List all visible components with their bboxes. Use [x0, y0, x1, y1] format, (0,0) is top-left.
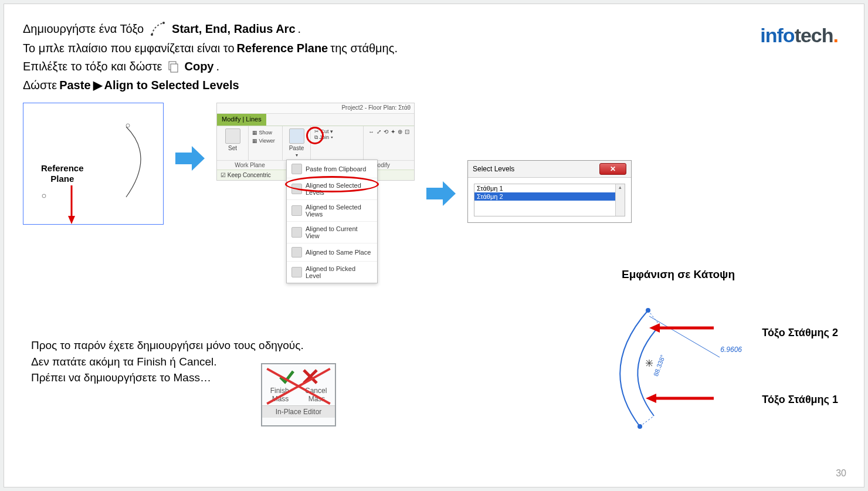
svg-point-1 [162, 22, 165, 24]
svg-line-14 [648, 310, 660, 326]
paste-label: Paste [289, 145, 304, 151]
svg-point-5 [126, 124, 130, 127]
inplace-editor-label: In-Place Editor [262, 405, 335, 418]
copy-icon [167, 60, 179, 73]
cancel-label-2: Mass [308, 395, 326, 403]
text-line-2: Το μπλε πλαίσιο που εμφανίζεται είναι το… [23, 42, 845, 55]
figure-finish-cancel: Finish Cancel Mass Mass In-Place Editor [261, 363, 336, 426]
para-line-1: Προς το παρόν έχετε δημιουργήσει μόνο το… [31, 337, 304, 354]
show-label: Show [259, 130, 273, 136]
red-ellipse-highlight [285, 176, 379, 192]
menu-icon [291, 247, 302, 258]
arc-icon [150, 21, 166, 37]
menu-icon [291, 267, 302, 277]
menu-paste-clipboard: Paste from Clipboard [287, 160, 377, 178]
svg-marker-8 [175, 146, 205, 171]
l1a: Δημιουργήστε ένα Τόξο [23, 22, 144, 36]
menu-aligned-views: Aligned to Selected Views [287, 199, 377, 221]
check-icon [278, 368, 296, 385]
l4c: ▶ [93, 78, 102, 92]
x-icon [301, 368, 319, 385]
svg-marker-7 [68, 216, 75, 224]
menu-aligned-picked: Aligned to Picked Level [287, 261, 377, 283]
dialog-titlebar: Select Levels ✕ [468, 161, 631, 178]
cancel-label-1: Cancel [305, 387, 327, 395]
l2a: Το μπλε πλαίσιο που εμφανίζεται είναι το [23, 42, 235, 55]
text-line-4: Δώστε Paste▶Align to Selected Levels [23, 78, 845, 92]
text-line-3: Επιλέξτε το τόξο και δώστε Copy. [23, 60, 845, 73]
l3b: Copy [184, 60, 213, 73]
svg-line-15 [640, 416, 654, 426]
arrow-right-1 [175, 144, 205, 175]
figure-plan-view: Τόξο Στάθμης 2 Τόξο Στάθμης 1 6.9606 88.… [591, 293, 840, 439]
viewer-label: Viewer [259, 138, 275, 144]
l3a: Επιλέξτε το τόξο και δώστε [23, 60, 162, 73]
figure-ribbon: Project2 - Floor Plan: Στάθ Modify | Lin… [216, 103, 415, 181]
logo-dot: . [833, 24, 838, 46]
menu-aligned-current: Aligned to Current View [287, 221, 377, 243]
page-number: 30 [836, 468, 846, 479]
svg-line-18 [649, 316, 720, 357]
set-icon [225, 128, 240, 144]
workplane-label: Work Plane [217, 161, 283, 170]
scrollbar-icon [615, 184, 625, 216]
text-line-1: Δημιουργήστε ένα Τόξο Start, End, Radius… [23, 21, 845, 37]
close-button-icon: ✕ [599, 163, 626, 175]
menu-icon [291, 205, 302, 216]
svg-point-17 [638, 424, 642, 429]
menu-icon [291, 227, 302, 238]
red-arrow-2 [646, 394, 714, 403]
slide: infotech. Δημιουργήστε ένα Τόξο Start, E… [4, 4, 864, 487]
l2b: Reference Plane [237, 42, 328, 55]
refplane-label: Reference Plane [41, 163, 84, 184]
plan-label-arc1: Τόξο Στάθμης 1 [762, 394, 838, 406]
l1b: Start, End, Radius Arc [172, 22, 295, 36]
svg-point-16 [646, 308, 650, 313]
level-item-2-selected: Στάθμη 2 [474, 192, 625, 201]
dialog-level-list: Στάθμη 1 Στάθμη 2 [474, 184, 625, 216]
l4b: Paste [59, 79, 90, 92]
plan-dimension-length: 6.9606 [720, 346, 742, 354]
l4a: Δώστε [23, 79, 57, 92]
finish-label-2: Mass [272, 395, 289, 403]
arrow-right-2 [426, 179, 456, 211]
l1c: . [298, 22, 301, 36]
figure-reference-plane: Reference Plane [23, 103, 164, 225]
menu-aligned-same: Aligned to Same Place [287, 243, 377, 261]
figure-select-levels-dialog: Select Levels ✕ Στάθμη 1 Στάθμη 2 [467, 160, 632, 223]
red-circle-highlight [306, 127, 324, 144]
svg-point-0 [151, 33, 153, 36]
l4d: Align to Selected Levels [104, 79, 239, 92]
l2c: της στάθμης. [330, 42, 398, 55]
figure-row: Reference Plane Project2 - Floor Plan: Σ… [23, 103, 845, 225]
plan-view-title: Εμφάνιση σε Κάτοψη [622, 268, 735, 281]
svg-marker-9 [426, 181, 456, 206]
logo-part2: tech [795, 24, 833, 46]
plan-view-drawing [591, 293, 840, 439]
svg-rect-3 [171, 64, 178, 72]
logo: infotech. [760, 24, 838, 47]
paste-icon [289, 128, 304, 144]
set-label: Set [228, 145, 237, 151]
svg-point-4 [42, 194, 46, 198]
svg-marker-26 [646, 394, 656, 403]
logo-part1: info [760, 24, 794, 46]
plan-label-arc2: Τόξο Στάθμης 2 [762, 327, 838, 339]
ribbon-title: Project2 - Floor Plan: Στάθ [217, 103, 414, 114]
menu-icon [291, 164, 302, 174]
dialog-title: Select Levels [473, 165, 514, 173]
red-arrow-1 [649, 323, 714, 333]
level-item-1: Στάθμη 1 [474, 184, 625, 192]
l3c: . [216, 60, 219, 73]
finish-label-1: Finish [270, 387, 289, 395]
ribbon-tab: Modify | Lines [217, 114, 266, 126]
